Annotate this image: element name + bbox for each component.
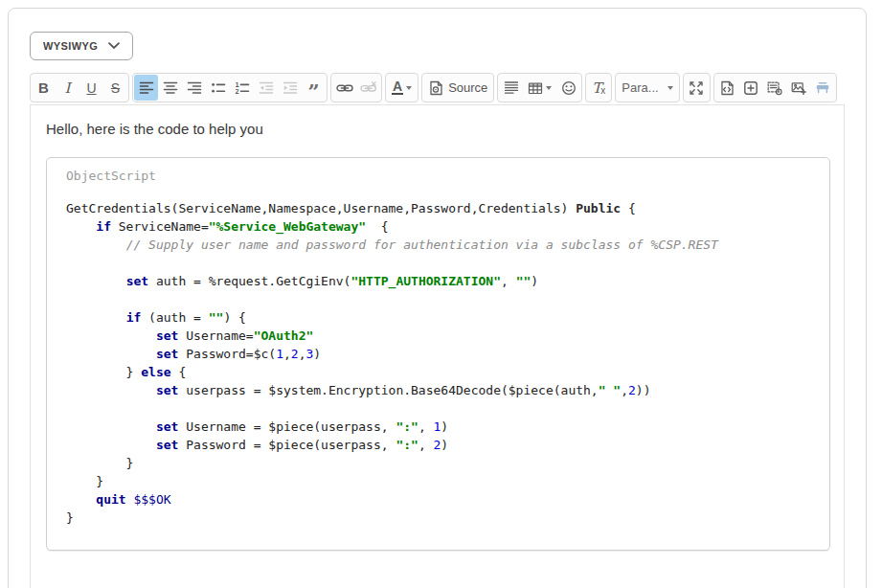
code-line: if ServiceName="%Service_WebGateway" { — [66, 217, 810, 236]
mode-selector-label: WYSIWYG — [43, 40, 98, 52]
code-line: if (auth = "") { — [66, 308, 810, 327]
code-line — [66, 254, 810, 272]
toolbar-group-format: Para... — [615, 73, 679, 102]
code-language-label: ObjectScript — [66, 169, 810, 183]
toolbar-group-widgets — [713, 73, 837, 102]
editor-card: WYSIWYG B I U S 12 — [8, 8, 867, 588]
link-button[interactable] — [332, 75, 356, 101]
font-color-icon: A — [392, 80, 403, 95]
indent-button[interactable] — [278, 75, 302, 101]
align-center-button[interactable] — [158, 75, 182, 101]
font-color-caret-icon — [406, 86, 412, 90]
table-icon — [528, 80, 543, 96]
toolbar-group-source: Source — [421, 73, 494, 102]
line-height-icon — [504, 80, 519, 96]
insert-plus-button[interactable] — [739, 75, 763, 101]
bulleted-list-button[interactable] — [206, 75, 230, 101]
outdent-icon — [259, 80, 274, 96]
code-line: quit $$$OK — [66, 490, 810, 509]
bulleted-list-icon — [211, 80, 226, 96]
code-line: } else { — [66, 363, 810, 381]
code-line: set userpass = $system.Encryption.Base64… — [66, 381, 810, 399]
font-color-button[interactable]: A — [387, 75, 417, 101]
numbered-list-button[interactable]: 12 — [230, 75, 254, 101]
svg-text:2: 2 — [235, 88, 238, 96]
editor-content-area[interactable]: Hello, here is the code to help you Obje… — [30, 104, 845, 588]
remove-format-x: x — [600, 85, 605, 96]
toolbar-group-insert — [497, 73, 582, 102]
insert-image-icon — [791, 80, 806, 96]
code-line: } — [66, 509, 810, 527]
bold-icon: B — [38, 79, 49, 96]
source-button[interactable]: Source — [423, 75, 492, 101]
italic-button[interactable]: I — [56, 75, 79, 101]
code-line: set Password = $piece(userpass, ":", 2) — [66, 436, 810, 454]
maximize-button[interactable] — [685, 75, 709, 101]
underline-button[interactable]: U — [79, 75, 103, 101]
paragraph-format-label: Para... — [622, 80, 658, 95]
toolbar-group-cleanup: T x — [585, 73, 612, 102]
print-button[interactable] — [811, 75, 835, 101]
code-line: set Username = $piece(userpass, ":", 1) — [66, 418, 810, 436]
code-line: GetCredentials(ServiceName,Namespace,Use… — [66, 199, 810, 217]
align-left-button[interactable] — [134, 75, 158, 101]
mode-selector-dropdown[interactable]: WYSIWYG — [30, 32, 133, 60]
unlink-icon — [360, 81, 377, 94]
greeting-text: Hello, here is the code to help you — [46, 121, 830, 137]
code-block: ObjectScript GetCredentials(ServiceName,… — [46, 157, 830, 551]
toolbar-group-paragraph: 12 ” — [132, 73, 328, 102]
code-line — [66, 290, 810, 308]
editor-toolbar: B I U S 12 — [30, 73, 845, 102]
align-center-icon — [163, 80, 178, 96]
bold-button[interactable]: B — [32, 75, 56, 101]
blockquote-button[interactable]: ” — [302, 75, 326, 101]
indent-icon — [283, 80, 298, 96]
code-line: set Password=$c(1,2,3) — [66, 345, 810, 363]
maximize-icon — [689, 80, 704, 96]
code-line: set Username="OAuth2" — [66, 327, 810, 345]
table-caret-icon — [546, 86, 552, 90]
paragraph-format-dropdown[interactable]: Para... — [617, 75, 677, 101]
toolbar-group-basicstyles: B I U S — [30, 73, 129, 102]
toolbar-group-color: A — [385, 73, 418, 102]
align-right-button[interactable] — [182, 75, 206, 101]
emoji-button[interactable] — [556, 75, 580, 101]
remove-format-button[interactable]: T x — [587, 75, 610, 101]
print-icon — [815, 80, 830, 96]
toolbar-group-maximize — [683, 73, 711, 102]
table-button[interactable] — [523, 75, 556, 101]
source-icon — [428, 80, 443, 96]
source-button-label: Source — [448, 80, 487, 95]
align-left-icon — [139, 80, 154, 96]
numbered-list-icon: 12 — [235, 80, 250, 96]
strikethrough-icon: S — [111, 80, 120, 96]
line-height-button[interactable] — [499, 75, 523, 101]
blockquote-icon: ” — [307, 87, 319, 97]
code-snippet-button[interactable] — [715, 75, 739, 101]
code-line — [66, 399, 810, 418]
outdent-button[interactable] — [254, 75, 278, 101]
embed-widget-icon — [767, 80, 782, 96]
code-lines: GetCredentials(ServiceName,Namespace,Use… — [66, 199, 810, 527]
chevron-down-icon — [108, 42, 120, 50]
strikethrough-button[interactable]: S — [103, 75, 127, 101]
embed-widget-button[interactable] — [763, 75, 787, 101]
code-line: } — [66, 472, 810, 490]
link-icon — [336, 82, 353, 94]
insert-image-button[interactable] — [787, 75, 811, 101]
emoji-icon — [561, 80, 577, 96]
code-line: set auth = %request.GetCgiEnv("HTTP_AUTH… — [66, 272, 810, 290]
underline-icon: U — [86, 80, 96, 96]
toolbar-group-links — [330, 73, 382, 102]
code-snippet-icon — [719, 80, 735, 96]
code-line: } — [66, 454, 810, 472]
code-line: // Supply user name and password for aut… — [66, 236, 810, 254]
insert-plus-icon — [743, 80, 758, 96]
paragraph-format-caret-icon — [667, 86, 673, 90]
unlink-button[interactable] — [356, 75, 380, 101]
align-right-icon — [187, 80, 202, 96]
italic-icon: I — [65, 79, 71, 97]
